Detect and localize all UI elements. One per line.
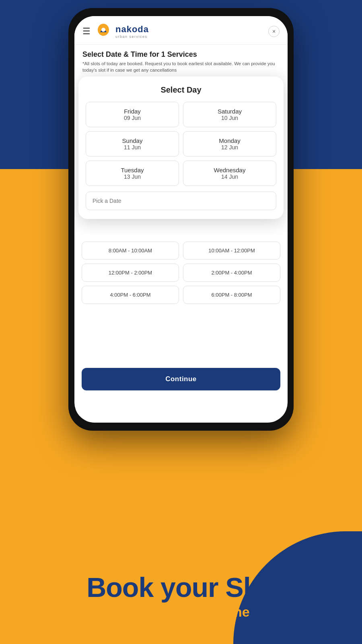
phone-frame: ☰ nakoda urban services × Select Date & …: [68, 8, 294, 431]
day-cell-sunday[interactable]: Sunday 11 Jun: [86, 131, 179, 157]
select-datetime-note: *All slots of today are booked. Request …: [82, 60, 280, 73]
day-date-tuesday: 13 Jun: [90, 173, 175, 180]
day-date-monday: 12 Jun: [187, 144, 272, 151]
day-name-tuesday: Tuesday: [90, 167, 175, 173]
time-slot-3[interactable]: 2:00PM - 4:00PM: [183, 264, 280, 282]
svg-point-1: [101, 28, 105, 32]
day-name-wednesday: Wednesday: [187, 167, 272, 173]
promo-section: Book your Slot Select Date and Time: [0, 573, 362, 620]
continue-button[interactable]: Continue: [82, 368, 280, 390]
day-cell-wednesday[interactable]: Wednesday 14 Jun: [183, 161, 276, 186]
day-cell-saturday[interactable]: Saturday 10 Jun: [183, 102, 276, 127]
logo-container: nakoda urban services: [95, 23, 149, 39]
day-name-friday: Friday: [90, 108, 175, 115]
logo-tagline: urban services: [115, 35, 149, 39]
time-slots-section: 8:00AM - 10:00AM 10:00AM - 12:00PM 12:00…: [74, 242, 288, 310]
day-cell-monday[interactable]: Monday 12 Jun: [183, 131, 276, 157]
day-grid: Friday 09 Jun Saturday 10 Jun Sunday 11 …: [86, 102, 276, 186]
promo-title: Book your Slot: [0, 573, 362, 602]
time-grid: 8:00AM - 10:00AM 10:00AM - 12:00PM 12:00…: [82, 242, 280, 304]
select-day-title: Select Day: [86, 85, 276, 95]
time-slot-2[interactable]: 12:00PM - 2:00PM: [82, 264, 179, 282]
time-slot-4[interactable]: 4:00PM - 6:00PM: [82, 286, 179, 304]
day-cell-tuesday[interactable]: Tuesday 13 Jun: [86, 161, 179, 186]
select-datetime-header: Select Date & Time for 1 Services *All s…: [74, 45, 288, 76]
continue-btn-wrapper: Continue: [82, 368, 280, 390]
time-slot-1[interactable]: 10:00AM - 12:00PM: [183, 242, 280, 260]
day-date-sunday: 11 Jun: [90, 144, 175, 151]
time-slot-5[interactable]: 6:00PM - 8:00PM: [183, 286, 280, 304]
logo-name: nakoda: [115, 24, 149, 35]
day-date-friday: 09 Jun: [90, 115, 175, 121]
logo-image: [95, 23, 112, 39]
day-name-saturday: Saturday: [187, 108, 272, 115]
select-day-modal: Select Day Friday 09 Jun Saturday 10 Jun…: [78, 76, 284, 219]
day-date-wednesday: 14 Jun: [187, 173, 272, 180]
logo-text: nakoda urban services: [115, 24, 149, 39]
pick-date-input[interactable]: [86, 192, 276, 210]
phone-screen: ☰ nakoda urban services × Select Date & …: [74, 16, 288, 423]
app-header: ☰ nakoda urban services ×: [74, 16, 288, 45]
day-cell-friday[interactable]: Friday 09 Jun: [86, 102, 179, 127]
time-slot-0[interactable]: 8:00AM - 10:00AM: [82, 242, 179, 260]
day-name-sunday: Sunday: [90, 137, 175, 144]
day-date-saturday: 10 Jun: [187, 115, 272, 121]
promo-subtitle: Select Date and Time: [0, 604, 362, 620]
select-datetime-title: Select Date & Time for 1 Services: [82, 50, 280, 59]
day-name-monday: Monday: [187, 137, 272, 144]
menu-icon[interactable]: ☰: [82, 26, 90, 37]
close-button[interactable]: ×: [268, 26, 280, 37]
